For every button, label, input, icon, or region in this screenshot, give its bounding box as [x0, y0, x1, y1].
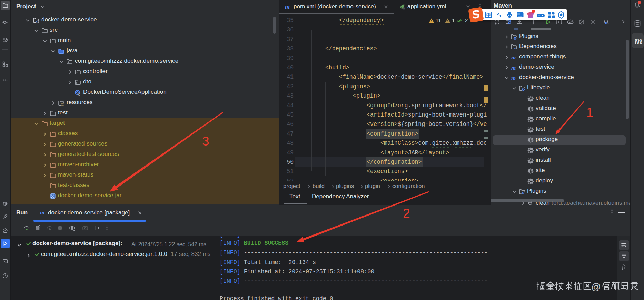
svg-text:@: @ [591, 282, 601, 292]
